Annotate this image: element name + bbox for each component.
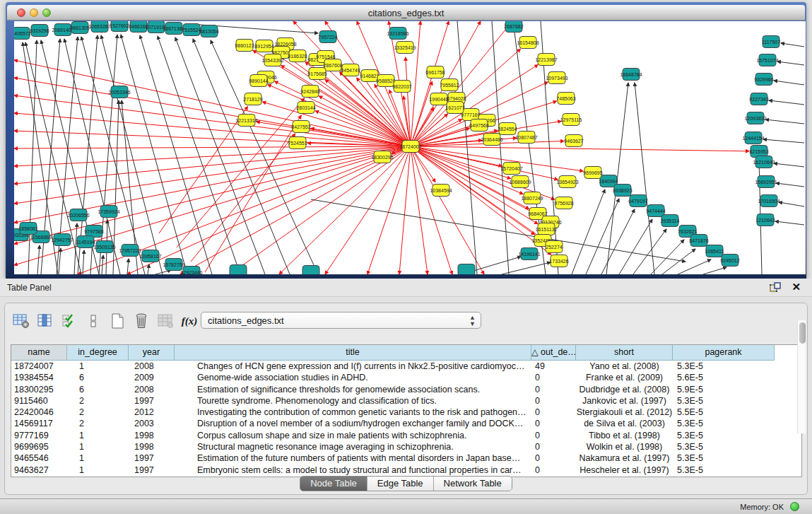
show-column-button[interactable] xyxy=(35,311,56,331)
graph-node[interactable]: 7955812 xyxy=(440,79,459,91)
graph-node[interactable]: 20206556 xyxy=(67,209,89,221)
graph-node[interactable]: 1858081 xyxy=(18,223,37,235)
table-row[interactable]: 1456911722003Disruption of a novel membe… xyxy=(11,418,801,429)
graph-node[interactable]: 6497568 xyxy=(469,119,488,132)
network-graph[interactable]: 1405572931929620891406986130510653287152… xyxy=(14,21,806,274)
graph-node[interactable]: 18807249 xyxy=(521,192,543,204)
new-column-button[interactable] xyxy=(107,311,128,331)
graph-node[interactable]: 8938923 xyxy=(613,185,632,197)
table-row[interactable]: 946554611997Estimation of the future num… xyxy=(11,452,801,464)
graph-node[interactable]: 9890144 xyxy=(249,75,268,87)
delete-column-button[interactable] xyxy=(131,311,152,331)
graph-node[interactable]: 12975115 xyxy=(560,114,582,126)
graph-node[interactable]: 13505135 xyxy=(93,241,115,253)
tab-network-table[interactable]: Network Table xyxy=(434,477,512,491)
graph-node[interactable]: 15751074 xyxy=(756,54,778,66)
graph-node[interactable]: 9756928 xyxy=(554,197,573,209)
network-window[interactable]: citations_edges.txt 14055729319296208914… xyxy=(6,2,806,279)
graph-node[interactable]: 8427552 xyxy=(291,121,310,133)
table-row[interactable]: 1872400712008Changes of HCN gene express… xyxy=(11,361,801,372)
graph-node[interactable]: 2803144 xyxy=(296,102,315,114)
column-header-1[interactable]: in_degree xyxy=(67,345,129,361)
select-rows-button[interactable] xyxy=(59,311,80,331)
table-settings-button[interactable] xyxy=(11,311,32,331)
table-selector-dropdown[interactable]: citations_edges.txt ▲▼ xyxy=(201,312,481,329)
table-scrollbar-thumb[interactable] xyxy=(799,322,806,344)
graph-node[interactable]: 13654923 xyxy=(556,176,578,188)
graph-node[interactable] xyxy=(302,266,319,275)
graph-node[interactable]: 8186328 xyxy=(288,50,307,62)
column-header-2[interactable]: year xyxy=(129,345,175,361)
close-panel-icon[interactable]: ✕ xyxy=(792,281,801,293)
graph-node[interactable]: 6961758 xyxy=(425,66,445,78)
graph-node[interactable]: 9319296 xyxy=(30,25,49,37)
graph-node[interactable]: 10543392 xyxy=(261,54,283,66)
graph-node[interactable]: 1405572 xyxy=(14,28,31,40)
graph-node[interactable]: 17957223 xyxy=(119,245,141,257)
graph-node[interactable]: 7485063 xyxy=(556,93,575,105)
graph-node[interactable] xyxy=(230,265,247,275)
graph-node[interactable]: 8454749 xyxy=(341,64,360,76)
graph-node[interactable]: 2718129 xyxy=(243,93,262,105)
table-row[interactable]: 2242004622012Investigating the contribut… xyxy=(11,407,801,418)
graph-node[interactable]: 9699695 xyxy=(583,167,602,179)
graph-node[interactable]: 2867608 xyxy=(323,59,342,71)
graph-node[interactable]: 8471876 xyxy=(689,235,708,247)
graph-node[interactable]: 12093832 xyxy=(744,112,766,124)
graph-node[interactable]: 10973493 xyxy=(546,72,567,84)
table-row[interactable]: 1830029562008Estimation of significance … xyxy=(11,384,801,395)
graph-node[interactable]: 10688609 xyxy=(509,176,531,188)
network-canvas[interactable]: 1405572931929620891406986130510653287152… xyxy=(14,21,806,274)
graph-node[interactable]: 1990448 xyxy=(429,93,448,105)
graph-node[interactable]: 12213987 xyxy=(535,54,557,66)
graph-node[interactable]: 9242848 xyxy=(300,86,319,98)
graph-node[interactable]: 12942757 xyxy=(51,234,73,246)
graph-node[interactable]: 9329966 xyxy=(754,74,773,86)
graph-node[interactable]: 12923446 xyxy=(180,267,202,275)
graph-node[interactable] xyxy=(458,264,475,275)
graph-node[interactable]: 9797588 xyxy=(84,226,103,238)
graph-node[interactable]: 16154808 xyxy=(517,37,539,49)
graph-node[interactable]: 6479197 xyxy=(628,195,647,207)
graph-node[interactable]: 12444154 xyxy=(742,132,764,144)
graph-node[interactable]: 1733426 xyxy=(549,255,568,267)
float-panel-icon[interactable] xyxy=(770,282,781,293)
graph-node[interactable]: 9861305 xyxy=(70,22,89,34)
tab-node-table[interactable]: Node Table xyxy=(300,477,367,491)
graph-node[interactable]: 9463627 xyxy=(564,135,583,147)
row-height-button[interactable] xyxy=(83,311,104,331)
table-scrollbar[interactable] xyxy=(797,320,806,433)
graph-node[interactable]: 15692951 xyxy=(755,176,777,188)
table-row[interactable]: 1938455462009Genome-wide association stu… xyxy=(11,372,801,383)
column-header-5[interactable]: short xyxy=(576,345,673,361)
graph-node[interactable]: 20364486 xyxy=(481,134,502,146)
graph-node[interactable]: 7957224 xyxy=(318,31,337,43)
graph-node[interactable]: 9860123 xyxy=(235,40,254,52)
graph-node[interactable]: 3824554 xyxy=(498,123,517,135)
graph-node[interactable]: 1210643 xyxy=(755,214,775,226)
graph-node[interactable]: 10653287 xyxy=(88,21,110,33)
column-header-4[interactable]: △ out_de… xyxy=(531,345,576,361)
graph-node[interactable]: 17016504 xyxy=(758,195,779,207)
graph-node[interactable]: 15720407 xyxy=(500,163,522,175)
graph-hub-node[interactable]: 18724007 xyxy=(399,141,421,153)
graph-node[interactable]: 252274 xyxy=(546,241,563,253)
graph-node[interactable]: 9822037 xyxy=(392,81,411,93)
graph-node[interactable]: 20053346 xyxy=(108,86,130,98)
graph-node[interactable]: 18300295 xyxy=(371,151,393,163)
graph-node[interactable]: 10807487 xyxy=(515,132,537,144)
column-header-6[interactable]: pagerank xyxy=(673,345,775,361)
table-row[interactable]: 977716911998Corpus callosum shape and si… xyxy=(11,430,801,441)
memory-status-indicator[interactable] xyxy=(790,502,799,511)
graph-node[interactable]: 13325419 xyxy=(394,42,416,54)
graph-node[interactable]: 9227343 xyxy=(749,93,768,105)
graph-node[interactable]: 9245012 xyxy=(720,255,739,267)
graph-node[interactable]: 2935114 xyxy=(661,215,680,227)
graph-node[interactable]: 1117507 xyxy=(762,36,780,48)
function-builder-button[interactable]: f(x) xyxy=(179,311,200,331)
graph-node[interactable]: 16648784 xyxy=(620,69,642,81)
graph-node[interactable]: 9175685 xyxy=(307,68,326,80)
graph-node[interactable]: 16151132 xyxy=(536,223,558,235)
graph-node[interactable]: 1621077 xyxy=(445,102,464,114)
graph-node[interactable]: 17359924 xyxy=(98,206,119,218)
